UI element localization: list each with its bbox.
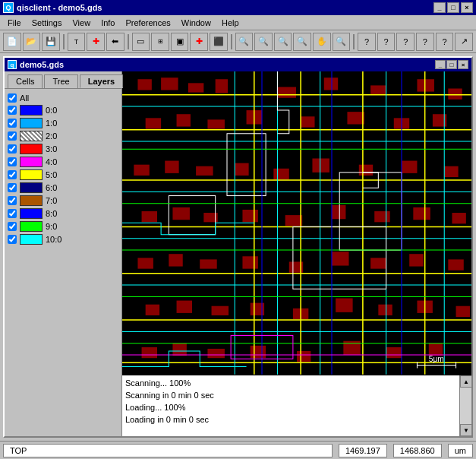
toolbar-help2[interactable]: ? bbox=[377, 33, 396, 51]
svg-rect-33 bbox=[374, 211, 389, 222]
layer-item: 3:0 bbox=[8, 144, 118, 154]
svg-rect-7 bbox=[370, 85, 386, 94]
pcb-canvas[interactable]: 5μm bbox=[122, 71, 471, 375]
layer-color-box bbox=[20, 208, 43, 219]
svg-rect-2 bbox=[161, 78, 178, 90]
inner-maximize[interactable]: □ bbox=[446, 60, 457, 69]
layer-checkbox[interactable] bbox=[8, 144, 17, 154]
tab-tree[interactable]: Tree bbox=[44, 74, 77, 88]
layer-checkbox[interactable] bbox=[8, 183, 17, 192]
tab-cells[interactable]: Cells bbox=[8, 74, 43, 88]
svg-rect-9 bbox=[448, 88, 462, 99]
scroll-down-btn[interactable]: ▼ bbox=[460, 424, 471, 436]
toolbar-help6[interactable]: ↗ bbox=[455, 33, 473, 51]
layer-checkbox[interactable] bbox=[8, 93, 17, 103]
layer-checkbox[interactable] bbox=[8, 157, 17, 166]
inner-minimize[interactable]: _ bbox=[435, 60, 446, 69]
inner-close[interactable]: × bbox=[458, 60, 468, 69]
layer-checkbox[interactable] bbox=[8, 131, 17, 141]
toolbar-zoom-in[interactable]: 🔍 bbox=[254, 33, 273, 51]
menu-window[interactable]: Window bbox=[177, 17, 216, 29]
toolbar-zoom-fit[interactable]: 🔍 bbox=[274, 33, 292, 51]
toolbar-rect[interactable]: ▭ bbox=[132, 33, 150, 51]
menu-info[interactable]: Info bbox=[96, 17, 119, 29]
toolbar-text[interactable]: T bbox=[68, 33, 86, 51]
svg-rect-41 bbox=[332, 252, 348, 265]
toolbar-help5[interactable]: ? bbox=[436, 33, 454, 51]
svg-rect-53 bbox=[456, 306, 470, 317]
svg-rect-45 bbox=[146, 305, 159, 315]
layer-color-box bbox=[20, 105, 43, 116]
tabs: Cells Tree Layers bbox=[5, 71, 121, 88]
svg-rect-51 bbox=[378, 305, 392, 315]
layer-label: 4:0 bbox=[46, 157, 57, 166]
toolbar: 📄 📂 💾 T ✚ ⬅ ▭ ⊞ ▣ ✚ ⬛ 🔍 🔍 🔍 🔍 ✋ 🔍 ? ? ? … bbox=[0, 30, 476, 53]
svg-rect-15 bbox=[347, 112, 364, 124]
svg-rect-8 bbox=[417, 79, 433, 91]
scroll-up-btn[interactable]: ▲ bbox=[460, 375, 471, 388]
svg-rect-37 bbox=[169, 254, 182, 266]
layer-label: 3:0 bbox=[46, 144, 57, 154]
toolbar-move[interactable]: ⬅ bbox=[106, 33, 125, 51]
layer-label: 0:0 bbox=[46, 106, 57, 115]
menu-settings[interactable]: Settings bbox=[27, 17, 67, 29]
toolbar-grid[interactable]: ⊞ bbox=[151, 33, 169, 51]
layer-item: 10:0 bbox=[8, 234, 118, 245]
toolbar-zoom-out[interactable]: 🔍 bbox=[333, 33, 351, 51]
toolbar-pan[interactable]: ✋ bbox=[313, 33, 331, 51]
layer-checkbox[interactable] bbox=[8, 196, 17, 205]
toolbar-help3[interactable]: ? bbox=[396, 33, 415, 51]
layer-checkbox[interactable] bbox=[8, 170, 17, 179]
layer-color-box bbox=[20, 144, 43, 154]
main-container: q demo5.gds _ □ × Cells Tree Layers All0… bbox=[0, 53, 476, 441]
layer-checkbox[interactable] bbox=[8, 235, 17, 244]
svg-rect-46 bbox=[177, 301, 192, 313]
toolbar-save[interactable]: 💾 bbox=[42, 33, 60, 51]
layer-item: 6:0 bbox=[8, 182, 118, 193]
layer-item: 0:0 bbox=[8, 105, 118, 116]
status-unit-value: um bbox=[455, 446, 466, 455]
toolbar-select[interactable]: ✚ bbox=[87, 33, 105, 51]
toolbar-help1[interactable]: ? bbox=[358, 33, 376, 51]
svg-rect-61 bbox=[429, 343, 443, 356]
layer-label: 10:0 bbox=[46, 235, 61, 244]
layer-checkbox[interactable] bbox=[8, 106, 17, 115]
layer-item: All bbox=[8, 93, 118, 103]
toolbar-new[interactable]: 📄 bbox=[3, 33, 21, 51]
layer-color-box bbox=[20, 221, 43, 232]
toolbar-poly[interactable]: ▣ bbox=[171, 33, 189, 51]
tab-content-layers: All0:01:02:03:04:05:06:07:08:09:010:0 bbox=[5, 88, 121, 436]
toolbar-open[interactable]: 📂 bbox=[23, 33, 41, 51]
toolbar-sep3 bbox=[231, 34, 232, 49]
menu-view[interactable]: View bbox=[68, 17, 95, 29]
toolbar-cross[interactable]: ✚ bbox=[190, 33, 208, 51]
layer-checkbox[interactable] bbox=[8, 119, 17, 128]
log-line: Scanning... 100% bbox=[125, 377, 456, 389]
toolbar-help4[interactable]: ? bbox=[416, 33, 434, 51]
menu-preferences[interactable]: Preferences bbox=[121, 17, 175, 29]
svg-rect-44 bbox=[448, 259, 463, 270]
toolbar-zoom-sel[interactable]: 🔍 bbox=[293, 33, 311, 51]
layer-label: 1:0 bbox=[46, 119, 57, 128]
layer-item: 7:0 bbox=[8, 195, 118, 206]
close-button[interactable]: × bbox=[461, 2, 473, 13]
svg-rect-26 bbox=[444, 166, 458, 177]
inner-title-controls[interactable]: _ □ × bbox=[435, 60, 468, 69]
log-text: Scanning... 100%Scanning in 0 min 0 secL… bbox=[122, 375, 459, 436]
inner-content: Cells Tree Layers All0:01:02:03:04:05:06… bbox=[5, 71, 471, 436]
menu-help[interactable]: Help bbox=[217, 17, 244, 29]
menu-file[interactable]: File bbox=[3, 17, 26, 29]
status-cell-value: TOP bbox=[10, 446, 27, 455]
title-controls[interactable]: _ □ × bbox=[433, 2, 473, 13]
maximize-button[interactable]: □ bbox=[447, 2, 459, 13]
svg-rect-3 bbox=[188, 83, 203, 92]
layer-label: All bbox=[20, 93, 29, 103]
log-line: Loading in 0 min 0 sec bbox=[125, 413, 456, 426]
minimize-button[interactable]: _ bbox=[433, 2, 446, 13]
layer-checkbox[interactable] bbox=[8, 222, 17, 231]
svg-rect-23 bbox=[312, 158, 329, 172]
tab-layers[interactable]: Layers bbox=[80, 74, 123, 88]
toolbar-stop[interactable]: ⬛ bbox=[210, 33, 228, 51]
toolbar-zoom-out2[interactable]: 🔍 bbox=[235, 33, 254, 51]
layer-checkbox[interactable] bbox=[8, 209, 17, 218]
